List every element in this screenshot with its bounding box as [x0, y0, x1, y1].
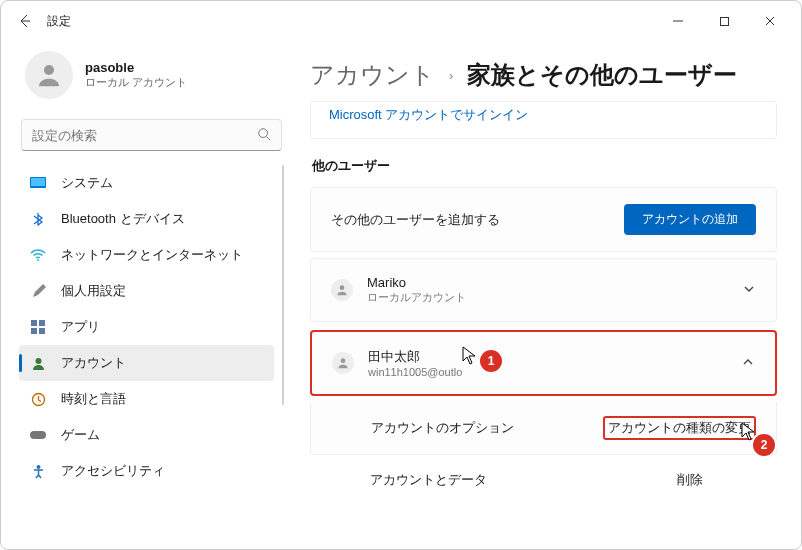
nav-label: システム	[61, 174, 113, 192]
bluetooth-icon	[29, 210, 47, 228]
nav-accounts[interactable]: アカウント	[19, 345, 274, 381]
svg-point-17	[341, 358, 346, 363]
annotation-badge-1: 1	[480, 350, 502, 372]
back-button[interactable]	[9, 5, 41, 37]
svg-rect-9	[39, 320, 45, 326]
close-icon	[764, 15, 776, 27]
option-label: アカウントのオプション	[371, 419, 514, 437]
accounts-icon	[29, 354, 47, 372]
option-row-account-data: アカウントとデータ 削除	[310, 461, 777, 489]
nav-label: アカウント	[61, 354, 126, 372]
nav-label: アプリ	[61, 318, 100, 336]
breadcrumb-current: 家族とその他のユーザー	[467, 59, 737, 91]
search-input[interactable]	[32, 128, 257, 143]
svg-rect-14	[30, 431, 46, 439]
main-content: アカウント › 家族とその他のユーザー Microsoft アカウントでサインイ…	[296, 41, 801, 549]
nav-personalization[interactable]: 個人用設定	[19, 273, 274, 309]
minimize-button[interactable]	[655, 6, 701, 36]
nav-label: アクセシビリティ	[61, 462, 165, 480]
nav-label: Bluetooth とデバイス	[61, 210, 185, 228]
annotation-badge-2: 2	[753, 434, 775, 456]
option-row-account-options: アカウントのオプション アカウントの種類の変更 2	[310, 402, 777, 455]
svg-point-12	[35, 358, 41, 364]
nav-label: ゲーム	[61, 426, 100, 444]
nav: システム Bluetooth とデバイス ネットワークとインターネット 個人用設…	[19, 165, 284, 549]
svg-point-16	[340, 285, 345, 290]
maximize-button[interactable]	[701, 6, 747, 36]
ms-signin-link[interactable]: Microsoft アカウントでサインイン	[329, 107, 528, 122]
svg-rect-8	[31, 320, 37, 326]
svg-line-4	[267, 136, 271, 140]
user-name: Mariko	[367, 275, 466, 290]
svg-rect-1	[720, 17, 728, 25]
system-icon	[29, 174, 47, 192]
svg-rect-6	[31, 178, 45, 186]
close-button[interactable]	[747, 6, 793, 36]
user-subtitle: ローカル アカウント	[85, 75, 187, 90]
title-bar: 設定	[1, 1, 801, 41]
brush-icon	[29, 282, 47, 300]
user-row-tanaka[interactable]: 田中太郎 win11h1005@outlo 1	[310, 330, 777, 396]
search-icon	[257, 127, 271, 144]
svg-point-3	[259, 128, 268, 137]
chevron-down-icon	[742, 282, 756, 299]
search-box[interactable]	[21, 119, 282, 151]
change-account-type-button[interactable]: アカウントの種類の変更	[603, 416, 756, 440]
user-name: 田中太郎	[368, 348, 462, 366]
window-title: 設定	[47, 13, 71, 30]
breadcrumb: アカウント › 家族とその他のユーザー	[310, 59, 777, 91]
svg-point-2	[44, 65, 54, 75]
accessibility-icon	[29, 462, 47, 480]
clock-icon	[29, 390, 47, 408]
maximize-icon	[719, 16, 730, 27]
svg-rect-10	[31, 328, 37, 334]
chevron-up-icon	[741, 355, 755, 372]
nav-network[interactable]: ネットワークとインターネット	[19, 237, 274, 273]
user-name: pasoble	[85, 60, 187, 75]
gaming-icon	[29, 426, 47, 444]
chevron-right-icon: ›	[449, 68, 453, 83]
svg-point-15	[36, 465, 40, 469]
user-subtitle: ローカルアカウント	[367, 290, 466, 305]
nav-system[interactable]: システム	[19, 165, 274, 201]
nav-accessibility[interactable]: アクセシビリティ	[19, 453, 274, 489]
user-avatar	[25, 51, 73, 99]
person-icon	[331, 279, 353, 301]
user-subtitle: win11h1005@outlo	[368, 366, 462, 378]
person-icon	[34, 60, 64, 90]
nav-bluetooth[interactable]: Bluetooth とデバイス	[19, 201, 274, 237]
nav-label: 時刻と言語	[61, 390, 126, 408]
nav-time[interactable]: 時刻と言語	[19, 381, 274, 417]
add-other-user-row: その他のユーザーを追加する アカウントの追加	[310, 187, 777, 252]
nav-apps[interactable]: アプリ	[19, 309, 274, 345]
option-label: アカウントとデータ	[370, 471, 487, 489]
person-icon	[332, 352, 354, 374]
section-label-other-users: 他のユーザー	[312, 157, 777, 175]
nav-gaming[interactable]: ゲーム	[19, 417, 274, 453]
add-account-button[interactable]: アカウントの追加	[624, 204, 756, 235]
minimize-icon	[672, 15, 684, 27]
wifi-icon	[29, 246, 47, 264]
svg-point-7	[37, 259, 39, 261]
apps-icon	[29, 318, 47, 336]
ms-signin-card[interactable]: Microsoft アカウントでサインイン	[310, 101, 777, 139]
svg-rect-11	[39, 328, 45, 334]
remove-button[interactable]: 削除	[677, 471, 703, 489]
breadcrumb-parent[interactable]: アカウント	[310, 59, 435, 91]
add-other-user-label: その他のユーザーを追加する	[331, 211, 500, 229]
user-row-mariko[interactable]: Mariko ローカルアカウント	[310, 258, 777, 322]
nav-label: ネットワークとインターネット	[61, 246, 243, 264]
nav-label: 個人用設定	[61, 282, 126, 300]
arrow-left-icon	[17, 13, 33, 29]
sidebar: pasoble ローカル アカウント システム Bluetooth とデバイス …	[1, 41, 296, 549]
current-user-card[interactable]: pasoble ローカル アカウント	[19, 41, 284, 115]
